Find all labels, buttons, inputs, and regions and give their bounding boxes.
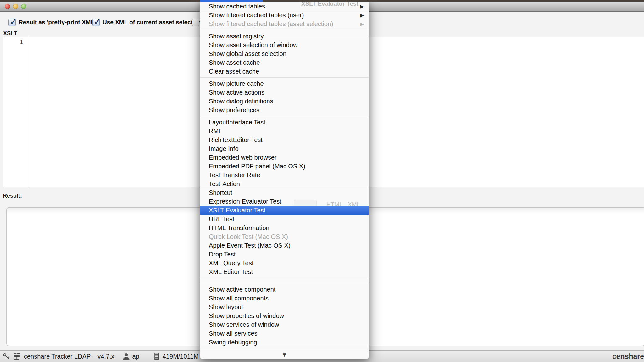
menu-item-show-all-components[interactable]: Show all components bbox=[200, 294, 369, 303]
menu-item-xml-query-test[interactable]: XML Query Test bbox=[200, 259, 369, 267]
menu-item-embedded-pdf-panel-mac-os-x[interactable]: Embedded PDF panel (Mac OS X) bbox=[200, 162, 369, 171]
menu-item-show-properties-of-window[interactable]: Show properties of window bbox=[200, 311, 369, 320]
menu-item-test-action[interactable]: Test-Action bbox=[200, 179, 369, 188]
menu-item-url-test[interactable]: URL Test bbox=[200, 215, 369, 223]
checkbox-label: Result as 'pretty-print XML' bbox=[19, 19, 96, 26]
menu-item-html-transformation[interactable]: HTML Transformation bbox=[200, 223, 369, 232]
menu-item-label: Image Info bbox=[209, 145, 239, 152]
checked-checkbox[interactable]: ✓ bbox=[92, 19, 100, 26]
menu-scroll-down-control[interactable]: ▼ bbox=[200, 352, 369, 358]
menu-item-label: Test-Action bbox=[209, 180, 240, 188]
menu-item-label: Show picture cache bbox=[209, 80, 264, 87]
menu-item-label: RMI bbox=[209, 128, 220, 135]
menu-item-list: Show cached tables▶Show filtered cached … bbox=[200, 2, 369, 348]
memory-usage-label: 419M/1011M bbox=[163, 353, 199, 360]
menu-separator bbox=[200, 283, 369, 283]
menu-item-label: Test Transfer Rate bbox=[209, 172, 260, 179]
menu-item-label: Show global asset selection bbox=[209, 50, 286, 58]
debug-dropdown-menu: XSLT Evaluator Test HTML XML Show cached… bbox=[200, 0, 369, 359]
menu-item-show-asset-cache[interactable]: Show asset cache bbox=[200, 58, 369, 67]
checkmark-icon: ✓ bbox=[93, 16, 102, 27]
menu-item-label: Show preferences bbox=[209, 107, 259, 114]
menu-item-label: XSLT Evaluator Test bbox=[209, 207, 265, 214]
menu-item-show-active-component[interactable]: Show active component bbox=[200, 285, 369, 294]
menu-item-xml-editor-test[interactable]: XML Editor Test bbox=[200, 267, 369, 276]
menu-item-show-layout[interactable]: Show layout bbox=[200, 303, 369, 311]
menu-item-show-all-services[interactable]: Show all services bbox=[200, 329, 369, 338]
menu-item-label: Expression Evaluator Test bbox=[209, 198, 281, 205]
menu-item-label: Show filtered cached tables (user) bbox=[209, 12, 304, 19]
menu-item-label: Apple Event Test (Mac OS X) bbox=[209, 242, 291, 249]
close-window-button[interactable] bbox=[5, 4, 10, 9]
menu-item-label: Show asset cache bbox=[209, 59, 260, 66]
menu-item-label: Show filtered cached tables (asset selec… bbox=[209, 20, 333, 28]
menu-item-shortcut[interactable]: Shortcut bbox=[200, 188, 369, 197]
checkbox-label: Use XML of current asset selection bbox=[103, 19, 202, 26]
menu-item-show-services-of-window[interactable]: Show services of window bbox=[200, 320, 369, 329]
menu-item-expression-evaluator-test[interactable]: Expression Evaluator Test bbox=[200, 197, 369, 206]
menu-item-label: XML Query Test bbox=[209, 260, 253, 267]
menu-item-xslt-evaluator-test[interactable]: XSLT Evaluator Test bbox=[200, 206, 369, 215]
menu-item-show-picture-cache[interactable]: Show picture cache bbox=[200, 79, 369, 88]
menu-item-label: Embedded PDF panel (Mac OS X) bbox=[209, 163, 305, 170]
line-number: 1 bbox=[20, 38, 23, 45]
menu-item-show-asset-selection-of-window[interactable]: Show asset selection of window bbox=[200, 41, 369, 49]
menu-item-show-filtered-cached-tables-asset-selection: Show filtered cached tables (asset selec… bbox=[200, 19, 369, 28]
menu-item-label: Show active component bbox=[209, 286, 275, 293]
checkbox-row-3[interactable] bbox=[192, 18, 199, 26]
menu-item-label: Show asset registry bbox=[209, 33, 264, 40]
menu-item-label: Show layout bbox=[209, 304, 243, 311]
menu-item-label: Show cached tables bbox=[209, 3, 265, 10]
menu-item-show-cached-tables[interactable]: Show cached tables▶ bbox=[200, 2, 369, 11]
menu-item-apple-event-test-mac-os-x[interactable]: Apple Event Test (Mac OS X) bbox=[200, 241, 369, 250]
zoom-window-button[interactable] bbox=[21, 4, 26, 9]
menu-item-label: Show dialog definitions bbox=[209, 98, 273, 105]
menu-separator bbox=[200, 77, 369, 78]
menu-item-show-filtered-cached-tables-user[interactable]: Show filtered cached tables (user)▶ bbox=[200, 11, 369, 19]
menu-item-label: Show all components bbox=[209, 295, 269, 302]
menubar-bottom-edge bbox=[0, 0, 644, 2]
menu-item-test-transfer-rate[interactable]: Test Transfer Rate bbox=[200, 171, 369, 179]
scroll-down-icon: ▼ bbox=[283, 352, 286, 358]
menu-item-label: Drop Test bbox=[209, 251, 236, 258]
menu-item-show-active-actions[interactable]: Show active actions bbox=[200, 88, 369, 97]
unchecked-checkbox[interactable] bbox=[192, 19, 199, 26]
menu-item-label: Show active actions bbox=[209, 89, 264, 96]
checkbox-row-use-xml-of-current-asset-selection[interactable]: ✓Use XML of current asset selection bbox=[92, 18, 202, 26]
menu-item-clear-asset-cache[interactable]: Clear asset cache bbox=[200, 67, 369, 76]
menu-item-swing-debugging[interactable]: Swing debugging bbox=[200, 338, 369, 347]
menu-item-label: Quick Look Test (Mac OS X) bbox=[209, 233, 288, 240]
menu-separator bbox=[200, 30, 369, 30]
menu-item-embedded-web-browser[interactable]: Embedded web browser bbox=[200, 153, 369, 162]
person-icon bbox=[123, 353, 130, 360]
menu-item-label: Show services of window bbox=[209, 321, 279, 328]
minimize-window-button[interactable] bbox=[13, 4, 18, 9]
memory-icon bbox=[154, 353, 159, 360]
menu-item-show-dialog-definitions[interactable]: Show dialog definitions bbox=[200, 97, 369, 106]
menu-item-layoutinterface-test[interactable]: LayoutInterface Test bbox=[200, 118, 369, 127]
menu-item-label: HTML Transformation bbox=[209, 224, 269, 232]
menu-item-label: Show asset selection of window bbox=[209, 41, 297, 49]
menu-item-show-global-asset-selection[interactable]: Show global asset selection bbox=[200, 49, 369, 58]
menu-item-label: Embedded web browser bbox=[209, 154, 277, 161]
xslt-section-label: XSLT bbox=[3, 30, 17, 37]
menu-item-rmi[interactable]: RMI bbox=[200, 127, 369, 135]
menu-item-richtexteditor-test[interactable]: RichTextEditor Test bbox=[200, 135, 369, 144]
line-number-gutter: 1 bbox=[3, 37, 28, 187]
menu-item-image-info[interactable]: Image Info bbox=[200, 144, 369, 153]
menu-item-label: Show all services bbox=[209, 330, 258, 337]
menu-item-show-preferences[interactable]: Show preferences bbox=[200, 106, 369, 114]
menu-item-drop-test[interactable]: Drop Test bbox=[200, 250, 369, 259]
menu-item-label: RichTextEditor Test bbox=[209, 136, 263, 144]
menu-item-show-asset-registry[interactable]: Show asset registry bbox=[200, 32, 369, 41]
menu-item-quick-look-test-mac-os-x: Quick Look Test (Mac OS X) bbox=[200, 232, 369, 241]
submenu-arrow-icon: ▶ bbox=[360, 3, 364, 9]
checked-checkbox[interactable]: ✓ bbox=[8, 19, 16, 26]
brand-name-label: censhare bbox=[612, 352, 644, 361]
checkbox-row-result-as-pretty-print-xml[interactable]: ✓Result as 'pretty-print XML' bbox=[8, 18, 96, 26]
logged-in-user-label: ap bbox=[132, 353, 139, 360]
submenu-arrow-icon: ▶ bbox=[360, 21, 364, 27]
menu-item-label: XML Editor Test bbox=[209, 268, 253, 276]
server-icon bbox=[13, 352, 20, 361]
menu-separator bbox=[200, 116, 369, 116]
